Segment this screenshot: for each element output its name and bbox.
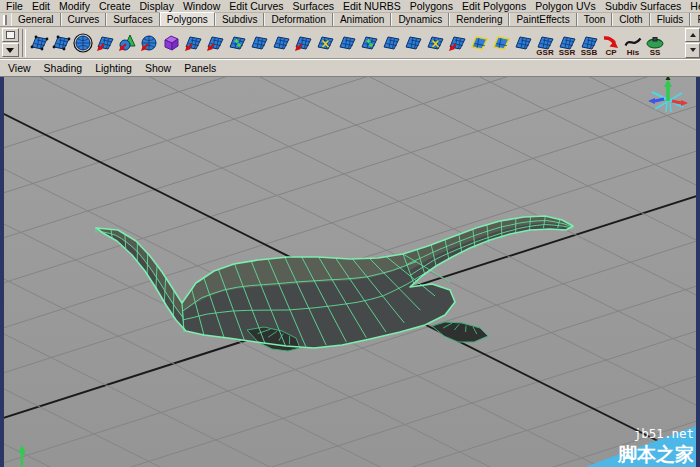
poly-grid-red-icon[interactable] (204, 30, 226, 56)
poly-plane-red-b-icon[interactable] (292, 30, 314, 56)
shelf-selector (0, 28, 20, 58)
poly-plane-yellow-a-icon[interactable] (468, 30, 490, 56)
panel-menu-view[interactable]: View (8, 62, 31, 74)
shelf-ssb-label: SSB (578, 48, 600, 57)
menu-item-file[interactable]: File (6, 0, 23, 12)
shelf-tab-curves[interactable]: Curves (61, 13, 107, 26)
shelf-scroll-up-icon[interactable] (685, 28, 700, 43)
shelf-gsr-label: GSR (534, 48, 556, 57)
poly-plane-corners-a-icon[interactable] (28, 30, 50, 56)
watermark-text: 脚本之家 (617, 443, 694, 465)
panel-menu-show[interactable]: Show (145, 62, 171, 74)
watermark-site: jb51.net (634, 426, 694, 441)
maya-window: FileEditModifyCreateDisplayWindowEdit Cu… (0, 0, 700, 467)
shelf-tab-cloth[interactable]: Cloth (612, 13, 649, 26)
shelf-tab-rendering[interactable]: Rendering (449, 13, 509, 26)
shelf-tab-toon[interactable]: Toon (577, 13, 613, 26)
panel-menu-lighting[interactable]: Lighting (95, 62, 132, 74)
shelf-selector-item-icon[interactable] (2, 28, 19, 42)
shelf-his-label: His (622, 48, 644, 57)
poly-plane-c-icon[interactable] (336, 30, 358, 56)
poly-cube-purple-icon[interactable] (160, 30, 182, 56)
menu-item-surfaces[interactable]: Surfaces (293, 0, 334, 12)
poly-squares-red-icon[interactable] (94, 30, 116, 56)
poly-plane-corners-b-icon[interactable] (50, 30, 72, 56)
panel-menu-panels[interactable]: Panels (184, 62, 216, 74)
poly-plane-a-icon[interactable] (248, 30, 270, 56)
poly-grid-x-a-icon[interactable] (314, 30, 336, 56)
poly-sphere-circled-icon[interactable] (72, 30, 94, 56)
menu-item-polygon-uvs[interactable]: Polygon UVs (535, 0, 596, 12)
shelf-his-icon[interactable]: His (622, 30, 644, 56)
perspective-view[interactable]: jb51.net 脚本之家 (4, 77, 696, 467)
poly-plane-e-icon[interactable] (402, 30, 424, 56)
menu-item-edit-polygons[interactable]: Edit Polygons (462, 0, 526, 12)
shelf-ssr-label: SSR (556, 48, 578, 57)
shelf-tab-painteffects[interactable]: PaintEffects (509, 13, 576, 26)
shelf-tab-bar: GeneralCurvesSurfacesPolygonsSubdivsDefo… (0, 13, 700, 27)
shelf-tab-deformation[interactable]: Deformation (264, 13, 332, 26)
poly-grid-plus-a-icon[interactable] (226, 30, 248, 56)
poly-grid-plus-b-icon[interactable] (358, 30, 380, 56)
menu-item-polygons[interactable]: Polygons (410, 0, 453, 12)
shelf-tab-dynamics[interactable]: Dynamics (391, 13, 449, 26)
shelf-scrollbar (685, 28, 699, 58)
panel-menu-bar: ViewShadingLightingShowPanels (0, 59, 700, 77)
shelf-icon-strip: GSRSSRSSBCPHisSS (28, 28, 685, 58)
shelf-tab-fluids[interactable]: Fluids (650, 13, 691, 26)
poly-plane-yellow-b-icon[interactable] (490, 30, 512, 56)
poly-plane-b-icon[interactable] (270, 30, 292, 56)
menu-item-modify[interactable]: Modify (59, 0, 90, 12)
shelf-tab-surfaces[interactable]: Surfaces (106, 13, 159, 26)
menu-item-edit-curves[interactable]: Edit Curves (229, 0, 283, 12)
viewport[interactable]: jb51.net 脚本之家 (0, 77, 700, 467)
shelf-grip-handle[interactable] (3, 15, 7, 25)
shelf-gsr-icon[interactable]: GSR (534, 30, 556, 56)
menu-item-help[interactable]: Help (690, 0, 700, 12)
panel-menu-shading[interactable]: Shading (44, 62, 83, 74)
shelf-tab-polygons[interactable]: Polygons (160, 12, 215, 26)
shelf-ss-icon[interactable]: SS (644, 30, 666, 56)
menu-item-window[interactable]: Window (183, 0, 220, 12)
menu-item-subdiv-surfaces[interactable]: Subdiv Surfaces (605, 0, 681, 12)
menu-item-edit[interactable]: Edit (32, 0, 50, 12)
shelf-ssr-icon[interactable]: SSR (556, 30, 578, 56)
shelf-scroll-down-icon[interactable] (685, 43, 700, 58)
menu-item-create[interactable]: Create (99, 0, 131, 12)
shelf-cp-icon[interactable]: CP (600, 30, 622, 56)
shelf: GSRSSRSSBCPHisSS (0, 27, 700, 59)
shelf-ssb-icon[interactable]: SSB (578, 30, 600, 56)
shelf-selector-arrow-icon[interactable] (2, 43, 19, 57)
poly-planes-red-icon[interactable] (182, 30, 204, 56)
menu-item-edit-nurbs[interactable]: Edit NURBS (343, 0, 401, 12)
poly-plane-red-c-icon[interactable] (446, 30, 468, 56)
shelf-tab-subdivs[interactable]: Subdivs (215, 13, 265, 26)
poly-grid-x-b-icon[interactable] (424, 30, 446, 56)
menu-item-display[interactable]: Display (139, 0, 173, 12)
shelf-cp-label: CP (600, 48, 622, 57)
shelf-tab-fur[interactable]: Fur (690, 13, 700, 26)
poly-plane-f-icon[interactable] (512, 30, 534, 56)
shelf-tab-animation[interactable]: Animation (333, 13, 391, 26)
shelf-tabs: GeneralCurvesSurfacesPolygonsSubdivsDefo… (11, 12, 700, 26)
poly-cone-sphere-icon[interactable] (116, 30, 138, 56)
poly-plane-d-icon[interactable] (380, 30, 402, 56)
shelf-tab-general[interactable]: General (11, 13, 61, 26)
poly-sphere-red-icon[interactable] (138, 30, 160, 56)
shelf-divider (22, 29, 26, 57)
shelf-ss-label: SS (644, 48, 666, 57)
